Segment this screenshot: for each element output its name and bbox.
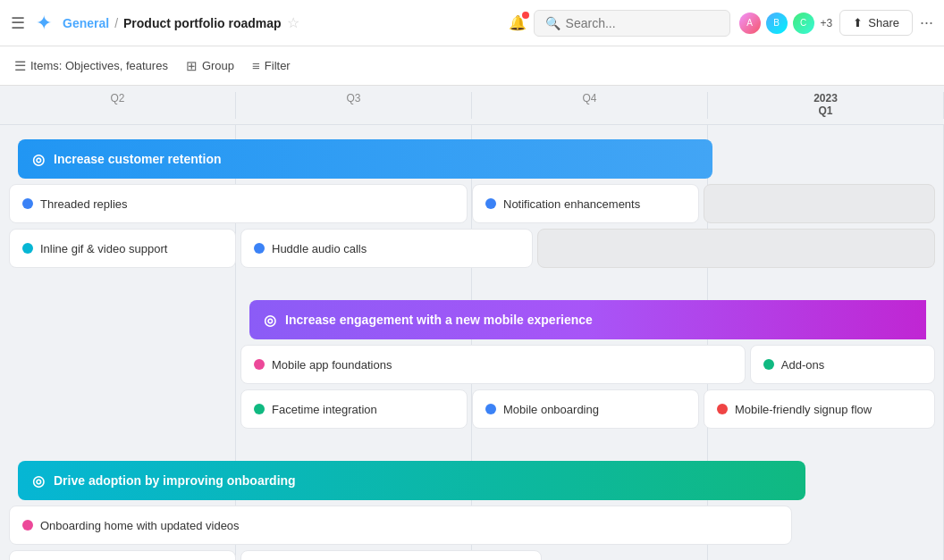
filter-label: Filter [265, 59, 291, 72]
dot-icon [717, 404, 728, 414]
q1-label: 2023 Q1 [708, 92, 944, 119]
dot-icon [485, 198, 496, 209]
share-button[interactable]: ⬆ Share [839, 10, 913, 36]
notification-button[interactable]: 🔔 [509, 14, 527, 31]
feature-card[interactable]: Onboarding home with updated videos [9, 506, 792, 545]
items-filter[interactable]: ☰ Items: Objectives, features [14, 58, 168, 74]
objective-1-bar-row: ◎ Increase customer retention [9, 139, 935, 179]
menu-icon[interactable]: ☰ [11, 13, 25, 33]
dot-icon [763, 359, 774, 370]
feature-label: Huddle audio calls [272, 242, 367, 255]
feature-label: Mobile app foundations [272, 358, 392, 372]
dot-icon [254, 243, 265, 254]
objective-3-section: ◎ Drive adoption by improving onboarding… [0, 461, 944, 560]
workspace-label[interactable]: General [63, 16, 109, 30]
avatar: A [738, 11, 763, 36]
star-icon[interactable]: ☆ [287, 14, 299, 31]
objective-3-bar[interactable]: ◎ Drive adoption by improving onboarding [18, 461, 805, 500]
feature-label: Onboarding home with updated videos [40, 519, 240, 532]
avatar: B [764, 11, 789, 36]
feature-label: Notification enhancements [503, 197, 640, 211]
dot-icon [485, 404, 496, 414]
breadcrumb-separator: / [114, 16, 118, 30]
feature-label: Mobile onboarding [503, 403, 599, 416]
obj2-spacer [9, 300, 240, 339]
objective-2-section: ◎ Increase engagement with a new mobile … [0, 300, 944, 429]
objective-3-bar-row: ◎ Drive adoption by improving onboarding [9, 461, 935, 500]
feature-card[interactable]: Mobile app foundations [240, 345, 746, 384]
target-icon: ◎ [32, 472, 45, 489]
objective-2-bar[interactable]: ◎ Increase engagement with a new mobile … [249, 300, 926, 339]
q3-label: Q3 [236, 92, 472, 119]
year-label: 2023 [708, 92, 943, 104]
timeline: Q2 Q3 Q4 2023 Q1 ◎ Increase customer ret… [0, 86, 944, 560]
objective-1-section: ◎ Increase customer retention Threaded r… [0, 139, 944, 268]
q2-label: Q2 [0, 92, 236, 119]
dot-icon [22, 198, 33, 209]
search-input[interactable] [566, 16, 719, 30]
group-icon: ⊞ [186, 58, 198, 74]
feature-label: Inline gif & video support [40, 242, 167, 255]
feature-label: Threaded replies [40, 197, 128, 211]
feature-card[interactable]: Threaded replies [9, 184, 468, 223]
objective-3-features-row1: Onboarding home with updated videos [9, 506, 935, 545]
more-options-icon[interactable]: ··· [920, 13, 933, 32]
group-button[interactable]: ⊞ Group [186, 58, 234, 74]
objective-3-label: Drive adoption by improving onboarding [54, 473, 296, 488]
objective-2-label: Increase engagement with a new mobile ex… [285, 313, 593, 327]
avatar: C [791, 11, 816, 36]
share-label: Share [868, 16, 899, 29]
breadcrumb: General / Product portfolio roadmap ☆ [63, 14, 299, 31]
quarter-labels: Q2 Q3 Q4 2023 Q1 [0, 92, 944, 124]
feature-card[interactable]: Mobile-friendly signup flow [704, 389, 935, 429]
obj2-feat-spacer [9, 345, 240, 384]
feature-label: Add-ons [781, 358, 824, 372]
feature-label: Facetime integration [272, 403, 377, 416]
feature-label: Mobile-friendly signup flow [735, 403, 872, 416]
dot-icon [254, 359, 265, 370]
page-title[interactable]: Product portfolio roadmap [123, 16, 282, 30]
feature-card[interactable]: New walkthrough flows [240, 550, 542, 560]
quarter-header: Q2 Q3 Q4 2023 Q1 [0, 86, 944, 125]
gray-trail [537, 229, 935, 268]
items-filter-label: Items: Objectives, features [30, 59, 168, 72]
feature-card[interactable]: Facetime integration [240, 389, 468, 429]
objective-3-features-row2: Tailor experience to core needs New walk… [9, 550, 935, 560]
gray-trail [704, 184, 935, 223]
logo-icon: ✦ [36, 12, 52, 35]
toolbar: ☰ Items: Objectives, features ⊞ Group ≡ … [0, 46, 944, 86]
avatar-group: A B C +3 [738, 11, 833, 36]
objective-1-features-row2: Inline gif & video support Huddle audio … [9, 229, 935, 268]
objective-2-features-row2: Facetime integration Mobile onboarding M… [9, 389, 935, 429]
q4-label: Q4 [472, 92, 708, 119]
dot-icon [22, 243, 33, 254]
objective-2-bar-row: ◎ Increase engagement with a new mobile … [9, 300, 935, 339]
objective-1-label: Increase customer retention [54, 152, 222, 166]
feature-card[interactable]: Notification enhancements [472, 184, 699, 223]
objective-2-features-row1: Mobile app foundations Add-ons [9, 345, 935, 384]
dot-icon [254, 404, 265, 414]
dot-icon [22, 520, 33, 531]
top-navigation: ☰ ✦ General / Product portfolio roadmap … [0, 0, 944, 46]
list-icon: ☰ [14, 58, 26, 74]
group-label: Group [202, 59, 234, 72]
search-icon: 🔍 [545, 16, 560, 30]
timeline-content: ◎ Increase customer retention Threaded r… [0, 125, 944, 560]
filter-button[interactable]: ≡ Filter [252, 58, 291, 73]
search-bar[interactable]: 🔍 [534, 10, 730, 37]
feature-card[interactable]: Inline gif & video support [9, 229, 236, 268]
q1-sub: Q1 [708, 104, 943, 117]
share-icon: ⬆ [853, 16, 863, 29]
target-icon: ◎ [264, 312, 276, 329]
objective-1-features-row1: Threaded replies Notification enhancemen… [9, 184, 935, 223]
objective-1-bar[interactable]: ◎ Increase customer retention [18, 139, 712, 179]
feature-card[interactable]: Mobile onboarding [472, 389, 699, 429]
notification-dot [522, 12, 529, 19]
obj2-feat-spacer2 [9, 389, 240, 429]
feature-card[interactable]: Huddle audio calls [240, 229, 533, 268]
avatar-count: +3 [821, 17, 833, 29]
feature-card[interactable]: Add-ons [750, 345, 935, 384]
feature-card[interactable]: Tailor experience to core needs [9, 550, 236, 560]
target-icon: ◎ [32, 151, 45, 168]
filter-icon: ≡ [252, 58, 260, 73]
